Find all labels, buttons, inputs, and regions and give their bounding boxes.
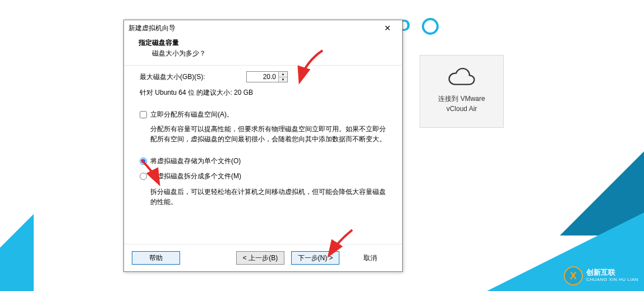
back-button[interactable]: < 上一步(B) <box>236 251 284 265</box>
disk-size-row: 最大磁盘大小(GB)(S): ▲ ▼ <box>140 71 387 82</box>
spinner-down-button[interactable]: ▼ <box>279 77 287 82</box>
watermark-logo: X 创新互联 CHUANG XIN HU LIAN <box>564 266 638 285</box>
spinner-up-button[interactable]: ▲ <box>279 72 287 77</box>
cancel-button[interactable]: 取消 <box>346 251 394 265</box>
dialog-title: 新建虚拟机向导 <box>128 24 176 33</box>
titlebar: 新建虚拟机向导 ✕ <box>124 20 402 36</box>
allocate-now-explain: 分配所有容量可以提高性能，但要求所有物理磁盘空间立即可用。如果不立即分配所有空间… <box>150 124 387 144</box>
vcloud-air-card[interactable]: 连接到 VMware vCloud Air <box>420 55 504 128</box>
watermark-icon: X <box>564 266 583 285</box>
dialog-content: 最大磁盘大小(GB)(S): ▲ ▼ 针对 Ubuntu 64 位 的建议大小:… <box>124 65 402 244</box>
radio-split-row: 将虚拟磁盘拆分成多个文件(M) <box>140 172 387 181</box>
disk-size-label: 最大磁盘大小(GB)(S): <box>140 72 246 82</box>
allocate-now-row: 立即分配所有磁盘空间(A)。 <box>140 110 387 119</box>
bg-decoration <box>0 214 105 291</box>
allocate-now-checkbox[interactable] <box>140 111 147 118</box>
vcloud-label-line1: 连接到 VMware <box>420 94 503 104</box>
watermark-en: CHUANG XIN HU LIAN <box>586 276 638 283</box>
new-vm-wizard-dialog: 新建虚拟机向导 ✕ 指定磁盘容量 磁盘大小为多少？ 最大磁盘大小(GB)(S):… <box>123 20 403 272</box>
dialog-header: 指定磁盘容量 磁盘大小为多少？ <box>124 36 402 65</box>
radio-single-file[interactable] <box>140 158 147 165</box>
allocate-now-label[interactable]: 立即分配所有磁盘空间(A)。 <box>150 110 233 119</box>
cloud-icon <box>448 67 476 86</box>
radio-split-files[interactable] <box>140 173 147 180</box>
help-button[interactable]: 帮助 <box>132 251 180 265</box>
header-title: 指定磁盘容量 <box>139 38 388 48</box>
header-subtitle: 磁盘大小为多少？ <box>152 49 388 58</box>
button-bar: 帮助 < 上一步(B) 下一步(N) > 取消 <box>124 244 402 271</box>
next-button[interactable]: 下一步(N) > <box>291 251 339 265</box>
disk-size-input[interactable] <box>247 72 278 82</box>
radio-single-label[interactable]: 将虚拟磁盘存储为单个文件(O) <box>150 156 241 166</box>
close-button[interactable]: ✕ <box>376 22 399 34</box>
radio-split-explain: 拆分磁盘后，可以更轻松地在计算机之间移动虚拟机，但可能会降低大容量磁盘的性能。 <box>150 187 387 207</box>
vcloud-label-line2: vCloud Air <box>420 104 503 114</box>
radio-single-row: 将虚拟磁盘存储为单个文件(O) <box>140 156 387 166</box>
radio-split-label[interactable]: 将虚拟磁盘拆分成多个文件(M) <box>150 172 241 181</box>
circle-decoration <box>422 18 439 35</box>
watermark-cn: 创新互联 <box>586 269 638 276</box>
disk-size-spinner[interactable]: ▲ ▼ <box>246 71 288 82</box>
recommended-size-text: 针对 Ubuntu 64 位 的建议大小: 20 GB <box>140 88 387 98</box>
